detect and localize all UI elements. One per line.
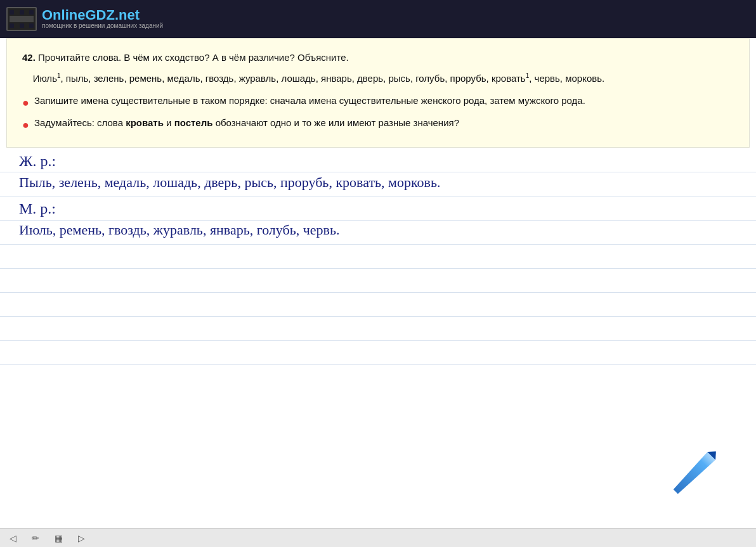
ruled-line	[0, 292, 756, 293]
notebook-area: Ж. р.: Пыль, зелень, медаль, лошадь, две…	[0, 148, 756, 528]
header: OnlineGDZ.net помощник в решении домашни…	[0, 0, 756, 38]
film-hole	[10, 10, 14, 15]
main-area: 42. Прочитайте слова. В чём их сходство?…	[0, 38, 756, 528]
bullet-item-2: ● Задумайтесь: слова кровать и постель о…	[22, 115, 734, 134]
bullet-text-1: Запишите имена существительные в таком п…	[34, 93, 734, 108]
ruled-line	[0, 340, 756, 341]
ruled-line	[0, 196, 756, 196]
bullet-dot-1: ●	[22, 94, 29, 112]
feminine-words: Пыль, зелень, медаль, лошадь, дверь, рыс…	[19, 173, 440, 193]
film-hole	[20, 10, 24, 15]
logo-subtitle: помощник в решении домашних заданий	[42, 22, 163, 30]
textbook-box: 42. Прочитайте слова. В чём их сходство?…	[6, 38, 750, 148]
film-hole	[20, 23, 24, 28]
ruled-line	[0, 244, 756, 245]
logo: OnlineGDZ.net помощник в решении домашни…	[6, 7, 163, 31]
masculine-label: М. р.:	[19, 198, 56, 220]
grid-icon[interactable]: ▦	[52, 532, 65, 544]
bullet-text-2: Задумайтесь: слова кровать и постель обо…	[34, 115, 734, 130]
back-icon[interactable]: ◁	[6, 532, 19, 544]
task-words: Июль1, пыль, зелень, ремень, медаль, гво…	[22, 70, 734, 87]
film-hole	[10, 23, 14, 28]
task-number: 42.	[22, 52, 36, 63]
bullet-item-1: ● Запишите имена существительные в таком…	[22, 93, 734, 112]
feminine-label: Ж. р.:	[19, 151, 56, 172]
ruled-line	[0, 268, 756, 269]
film-hole	[29, 23, 34, 28]
task-intro-text: Прочитайте слова. В чём их сходство? А в…	[38, 52, 349, 63]
forward-icon[interactable]: ▷	[75, 532, 88, 544]
logo-main: OnlineGDZ.net	[42, 8, 163, 22]
ruled-line	[0, 364, 756, 365]
bullet2-middle: и	[164, 117, 174, 128]
ruled-lines	[0, 148, 756, 528]
masculine-words: Июль, ремень, гвоздь, журавль, январь, г…	[19, 221, 340, 240]
film-center	[10, 16, 34, 22]
ruled-line	[0, 172, 756, 172]
bottom-bar: ◁ ✏ ▦ ▷	[0, 528, 756, 547]
task-intro: 42. Прочитайте слова. В чём их сходство?…	[22, 50, 734, 65]
logo-film-icon	[6, 7, 37, 31]
bullet2-word1: кровать	[126, 117, 164, 128]
logo-name: OnlineGDZ	[42, 7, 115, 23]
task-words-text: Июль1, пыль, зелень, ремень, медаль, гво…	[33, 73, 605, 84]
edit-icon[interactable]: ✏	[29, 532, 42, 544]
bullet2-prefix: Задумайтесь: слова	[34, 117, 126, 128]
logo-tld: .net	[115, 7, 140, 23]
bullet2-suffix: обозначают одно и то же или имеют разные…	[212, 117, 459, 128]
ruled-line	[0, 316, 756, 317]
logo-text: OnlineGDZ.net помощник в решении домашни…	[42, 8, 163, 30]
bullet2-word2: постель	[174, 117, 213, 128]
bullet-dot-2: ●	[22, 116, 29, 134]
film-hole	[29, 10, 34, 15]
